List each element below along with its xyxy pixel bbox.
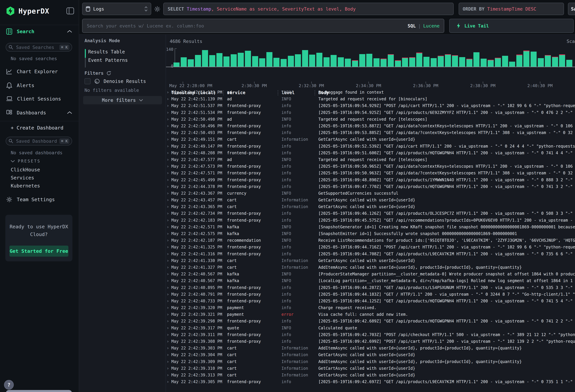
sidebar-item-clickhouse[interactable]: ClickHouse (11, 167, 40, 173)
source-select[interactable]: Logs (82, 3, 151, 15)
expand-row-icon[interactable]: › (167, 204, 171, 209)
table-row[interactable]: ›May 22 2:42:39.308 PMfrontend-proxyinfo… (166, 338, 575, 345)
expand-row-icon[interactable]: › (167, 305, 171, 310)
table-row[interactable]: ›May 22 2:42:45.499 PMfrontend-proxyinfo… (166, 176, 575, 183)
live-tail-button[interactable]: Live Tail (449, 19, 574, 33)
presets-section-toggle[interactable]: PRESETS (10, 159, 41, 163)
expand-row-icon[interactable]: › (167, 373, 171, 377)
table-row[interactable]: ›May 22 2:42:51.139 PMadINFOTargeted ad … (166, 96, 575, 102)
sql-orderby-input[interactable]: ORDER BY TimestampTime DESC (459, 3, 564, 15)
expand-row-icon[interactable]: › (167, 124, 171, 128)
expand-row-icon[interactable]: › (167, 265, 171, 270)
expand-row-icon[interactable]: › (167, 245, 171, 250)
expand-row-icon[interactable]: › (167, 211, 171, 216)
expand-row-icon[interactable]: › (167, 130, 171, 135)
expand-row-icon[interactable]: › (167, 366, 171, 371)
expand-row-icon[interactable]: › (167, 312, 171, 317)
mode-results-table[interactable]: Results Table (88, 49, 125, 55)
expand-row-icon[interactable]: › (167, 144, 171, 149)
expand-row-icon[interactable]: › (167, 184, 171, 189)
table-row[interactable]: ›May 22 2:42:42.187 PMrecommendationINFO… (166, 237, 575, 244)
sql-select-input[interactable]: SELECT Timestamp , ServiceName as servic… (163, 3, 454, 15)
lucene-search-input[interactable]: Search your events w/ Lucene ex. column:… (82, 19, 444, 33)
table-row[interactable]: ›May 22 2:42:49.151 PMcartInformationGet… (166, 136, 575, 143)
sidebar-item-alerts[interactable]: Alerts (6, 82, 34, 89)
expand-row-icon[interactable]: › (167, 332, 171, 337)
expand-row-icon[interactable]: › (167, 278, 171, 283)
expand-row-icon[interactable]: › (167, 379, 171, 384)
table-row[interactable]: ›May 22 2:42:48.208 PMfrontend-proxyinfo… (166, 150, 575, 156)
table-row[interactable]: ›May 22 2:42:39.304 PMcartInformationGet… (166, 351, 575, 358)
table-row[interactable]: ›May 22 2:42:50.498 PMadINFOTargeted ad … (166, 116, 575, 123)
table-row[interactable]: ›May 22 2:42:42.183 PMfrontend-proxyinfo… (166, 217, 575, 224)
table-row[interactable]: ›May 22 2:42:43.367 PMcurrencyINFOGetSup… (166, 190, 575, 197)
sidebar-item-team-settings[interactable]: Team Settings (6, 196, 55, 203)
table-row[interactable]: ›May 22 2:42:40.567 PMkafkaINFO[Producer… (166, 271, 575, 277)
sidebar-collapse-icon[interactable] (66, 7, 74, 14)
sidebar-item-search[interactable]: Search (6, 28, 34, 35)
expand-row-icon[interactable]: › (167, 272, 171, 277)
mode-event-patterns[interactable]: Event Patterns (88, 57, 128, 63)
query-language-toggle[interactable]: SQL | Lucene (407, 23, 440, 28)
table-row[interactable]: ›May 22 2:42:40.733 PMfrontend-proxyinfo… (166, 298, 575, 304)
table-row[interactable]: ›May 22 2:42:42.571 PMkafkaINFO[Snapshot… (166, 224, 575, 230)
expand-row-icon[interactable]: › (167, 225, 171, 229)
table-row[interactable]: ›May 22 2:42:42.734 PMfrontend-proxyinfo… (166, 210, 575, 217)
expand-row-icon[interactable]: › (167, 326, 171, 330)
expand-row-icon[interactable]: › (167, 171, 171, 175)
table-row[interactable]: ›May 22 2:42:43.365 PMcartInformationGet… (166, 203, 575, 210)
table-row[interactable]: ›May 22 2:42:40.895 PMfrontend-proxyinfo… (166, 284, 575, 291)
expand-row-icon[interactable]: › (167, 339, 171, 344)
table-row[interactable]: ›May 22 2:42:41.325 PMfrontend-proxyinfo… (166, 244, 575, 251)
table-row[interactable]: ›May 22 2:42:39.309 PMcartInformationAdd… (166, 358, 575, 365)
expand-row-icon[interactable]: › (167, 151, 171, 155)
expand-row-icon[interactable]: › (167, 90, 171, 95)
table-row[interactable]: ›May 22 2:42:40.791 PMfrontend-proxyinfo… (166, 291, 575, 298)
sidebar-item-chart-explorer[interactable]: Chart Explorer (6, 68, 58, 75)
expand-row-icon[interactable]: › (167, 191, 171, 196)
expand-row-icon[interactable]: › (167, 178, 171, 182)
expand-row-icon[interactable]: › (167, 319, 171, 323)
expand-row-icon[interactable]: › (167, 285, 171, 290)
expand-row-icon[interactable]: › (167, 157, 171, 162)
sidebar-item-kubernetes[interactable]: Kubernetes (11, 183, 40, 189)
table-row[interactable]: ›May 22 2:42:39.321 PMpaymenterrorVisa c… (166, 311, 575, 318)
denoise-results-row[interactable]: Denoise Results (84, 78, 146, 84)
expand-row-icon[interactable]: › (167, 231, 171, 236)
get-started-button[interactable]: Get Started for Free (9, 246, 68, 257)
table-row[interactable]: ›May 22 2:42:44.378 PMfrontend-proxyinfo… (166, 183, 575, 190)
mode-lucene-label[interactable]: Lucene (423, 23, 440, 28)
table-row[interactable]: ›May 22 2:42:43.457 PMcartInformationGet… (166, 197, 575, 203)
table-row[interactable]: ›May 22 2:42:39.305 PMfrontend-proxyinfo… (166, 378, 575, 385)
denoise-checkbox[interactable] (84, 78, 91, 84)
expand-row-icon[interactable]: › (167, 359, 171, 364)
source-settings-gear-icon[interactable] (154, 6, 161, 12)
table-row[interactable]: ›May 22 2:42:50.496 PMfrontend-proxyinfo… (166, 123, 575, 129)
table-row[interactable]: ›May 22 2:42:39.298 PMfrontend-proxyinfo… (166, 318, 575, 324)
help-button[interactable]: ? (4, 380, 14, 390)
table-row[interactable]: ›May 22 2:42:39.320 PMpaymentinfoCharge … (166, 304, 575, 311)
table-row[interactable]: ›May 22 2:42:39.311 PMfrontend-proxyinfo… (166, 331, 575, 338)
expand-row-icon[interactable]: › (167, 97, 171, 101)
table-row[interactable]: ›May 22 2:42:49.147 PMfrontend-proxyinfo… (166, 143, 575, 150)
table-row[interactable]: ›May 22 2:42:41.327 PMcartInformationAdd… (166, 264, 575, 271)
expand-row-icon[interactable]: › (167, 352, 171, 357)
mode-sql-label[interactable]: SQL (407, 23, 416, 28)
saved-searches-input[interactable]: Saved Searches ⌘ K (6, 43, 72, 52)
table-row[interactable]: ›May 22 2:42:47.577 PMadINFOTargeted ad … (166, 156, 575, 163)
expand-row-icon[interactable]: › (167, 299, 171, 303)
expand-row-icon[interactable]: › (167, 137, 171, 142)
create-dashboard-button[interactable]: + Create Dashboard (11, 125, 63, 131)
table-row[interactable]: ›May 22 2:42:50.493 PMfrontend-proxyinfo… (166, 129, 575, 136)
refresh-icon[interactable] (106, 71, 111, 76)
expand-row-icon[interactable]: › (167, 252, 171, 256)
table-row[interactable]: ›May 22 2:42:51.534 PMfrontend-proxyinfo… (166, 109, 575, 116)
bottom-widget-partial[interactable] (6, 390, 72, 392)
saved-dashboards-input[interactable]: Saved Dashboards ⌘ K (6, 137, 72, 145)
table-row[interactable]: ›May 22 2:42:41.316 PMfrontend-proxyinfo… (166, 251, 575, 257)
brand-logo[interactable]: HyperDX (6, 6, 49, 16)
expand-row-icon[interactable]: › (167, 218, 171, 223)
sidebar-item-dashboards[interactable]: Dashboards (6, 110, 46, 116)
table-row[interactable]: ›May 22 2:42:47.571 PMfrontend-proxyinfo… (166, 170, 575, 176)
expand-row-icon[interactable]: › (167, 164, 171, 169)
